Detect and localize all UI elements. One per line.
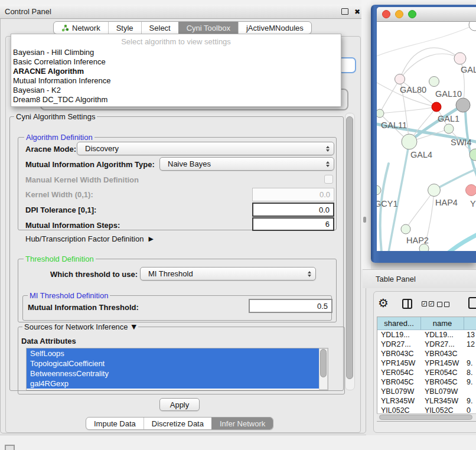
mac-close-button[interactable] [382, 10, 390, 18]
network-node[interactable] [444, 124, 454, 133]
network-icon [61, 24, 69, 32]
network-node[interactable] [377, 185, 381, 195]
manual-kernel-label: Manual Kernel Width Definition [25, 175, 139, 184]
mac-zoom-button[interactable] [408, 10, 416, 18]
algorithm-option[interactable]: Basic Correlation Inference [11, 57, 341, 67]
settings-gear-icon[interactable]: ⚙ [378, 297, 389, 309]
network-node[interactable] [377, 109, 384, 118]
tab-style[interactable]: Style [108, 22, 141, 34]
algorithm-option[interactable]: Dream8 DC_TDC Algorithm [11, 95, 341, 105]
algorithm-option[interactable]: Mutual Information Inference [11, 76, 341, 86]
algorithm-option[interactable]: Bayesian - K2 [11, 86, 341, 95]
table-body: YDL19...YDL19...13YDR27...YDR27...12YBR0… [377, 330, 476, 415]
algorithm-definition-title: Algorithm Definition [24, 133, 94, 142]
table-cell [464, 349, 476, 358]
network-node[interactable] [454, 53, 466, 64]
columns-layout-icon[interactable] [402, 299, 412, 309]
table-row[interactable]: YBR045CYBR045C9. [377, 377, 476, 387]
dropdown-prompt: Select algorithm to view settings [11, 35, 341, 48]
node-label: GAL [461, 65, 476, 74]
data-attributes-label: Data Attributes [21, 337, 76, 345]
data-attribute-item[interactable]: BetweennessCentrality [27, 369, 328, 379]
combo-arrows-icon [326, 146, 330, 152]
table-row[interactable]: YPR145WYPR145W9. [377, 358, 476, 368]
tab-network[interactable]: Network [54, 22, 108, 34]
table-panel-title: Table Panel [376, 275, 416, 283]
mi-type-label: Mutual Information Algorithm Type: [25, 160, 155, 169]
table-cell: YBL079W [421, 387, 464, 396]
dpi-tolerance-field[interactable]: 0.0 [252, 203, 334, 217]
threshold-definition-title: Threshold Definition [24, 255, 96, 263]
data-attribute-item[interactable]: SelfLoops [27, 348, 328, 358]
table-cell: 9. [464, 358, 476, 368]
table-cell: 12 [464, 340, 476, 349]
algorithm-list: Bayesian - Hill ClimbingBasic Correlatio… [11, 48, 341, 105]
table-header-row: shared... name [377, 317, 476, 330]
apply-button[interactable]: Apply [159, 398, 200, 411]
table-cell: YBR045C [377, 377, 421, 387]
tab-impute-data[interactable]: Impute Data [86, 418, 144, 429]
mac-minimize-button[interactable] [395, 10, 403, 18]
table-cell: YDR27... [377, 340, 421, 349]
aracne-mode-label: Aracne Mode: [25, 145, 76, 154]
hub-definition-toggle[interactable]: Hub/Transcription Factor Definition ▶ [25, 234, 154, 243]
algorithm-option[interactable]: ARACNE Algorithm [11, 67, 341, 76]
table-cell: 8. [464, 368, 476, 377]
settings-scrollbar-thumb[interactable] [346, 116, 353, 379]
table-row[interactable]: YBR043CYBR043C [377, 349, 476, 358]
table-cell: YER054C [377, 368, 421, 377]
table-row[interactable]: YLR345WYLR345W9. [377, 396, 476, 406]
column-header[interactable]: shared... [377, 317, 421, 330]
splitter-grip[interactable] [363, 217, 366, 223]
column-header[interactable] [464, 317, 476, 330]
mi-threshold-field[interactable]: 0.5 [249, 299, 332, 313]
network-node[interactable] [466, 185, 476, 196]
column-header[interactable]: name [421, 317, 464, 330]
table-panel-titlebar: Table Panel [363, 269, 476, 288]
table-cell: YLR345W [421, 396, 464, 406]
algorithm-option[interactable]: Bayesian - Hill Climbing [11, 48, 341, 57]
table-row[interactable]: YER054CYER054C8. [377, 368, 476, 377]
collapsed-arrow-icon: ▶ [148, 235, 153, 243]
document-icon[interactable] [468, 297, 476, 309]
which-threshold-select[interactable]: MI Threshold [140, 267, 316, 281]
data-attribute-item[interactable]: gal4RGexp [27, 379, 328, 389]
table-cell: YDL19... [377, 330, 421, 340]
network-node[interactable] [432, 102, 441, 112]
select-all-checkboxes-icon[interactable]: ✓✓ [422, 301, 434, 306]
tab-select[interactable]: Select [141, 22, 178, 34]
network-window-titlebar[interactable] [377, 7, 476, 22]
close-icon[interactable]: ✖ [354, 8, 360, 16]
table-hscrollbar-thumb[interactable] [379, 415, 472, 420]
tab-jactivemnodules[interactable]: jActiveMNodules [238, 22, 311, 34]
network-node[interactable] [429, 77, 439, 87]
sources-toggle[interactable]: Sources for Network Inference ▼ [22, 322, 138, 331]
network-node[interactable] [395, 74, 405, 84]
bottom-left-grip-icon[interactable] [5, 445, 15, 450]
tab-infer-network[interactable]: Infer Network [211, 418, 273, 429]
network-node[interactable] [402, 134, 417, 149]
mi-steps-field[interactable]: 6 [252, 217, 334, 231]
data-attributes-list[interactable]: SelfLoopsTopologicalCoefficientBetweenne… [26, 348, 328, 390]
table-row[interactable]: YBL079WYBL079W [377, 387, 476, 396]
network-canvas[interactable]: GALGAL80GAL10GAL11GAL1SWI4GAL4GCY1HAP4YH… [377, 22, 476, 251]
network-node[interactable] [469, 22, 476, 31]
tab-cyni-toolbox[interactable]: Cyni Toolbox [178, 22, 238, 34]
data-attribute-item[interactable]: TopologicalCoefficient [27, 358, 328, 369]
tab-discretize-data[interactable]: Discretize Data [144, 418, 211, 429]
deselect-all-checkboxes-icon[interactable] [437, 302, 449, 307]
attributes-scrollbar-thumb[interactable] [320, 349, 327, 377]
kernel-width-field[interactable]: 0.0 [252, 188, 334, 201]
mi-steps-label: Mutual Information Steps: [25, 221, 120, 230]
table-row[interactable]: YDR27...YDR27...12 [377, 340, 476, 349]
table-row[interactable]: YDL19...YDL19...13 [377, 330, 476, 340]
aracne-mode-select[interactable]: Discovery [77, 142, 334, 155]
float-panel-icon[interactable] [341, 8, 348, 15]
network-node[interactable] [456, 98, 470, 112]
top-tab-bar: Network Style Select Cyni Toolbox jActiv… [53, 21, 312, 34]
panel-gap [361, 0, 371, 269]
mi-type-select[interactable]: Naive Bayes [159, 157, 334, 171]
network-node[interactable] [428, 184, 441, 197]
network-node[interactable] [401, 224, 410, 234]
manual-kernel-checkbox[interactable] [324, 175, 333, 184]
